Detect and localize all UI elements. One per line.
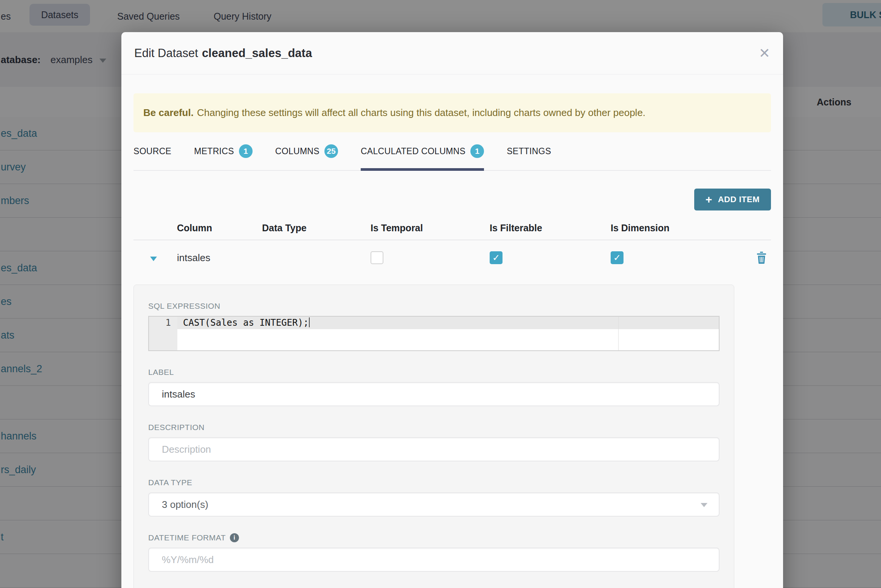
- add-item-row: + ADD ITEM: [133, 189, 771, 210]
- sql-code: CAST(Sales as INTEGER);: [183, 317, 310, 328]
- tab-metrics[interactable]: METRICS 1: [194, 132, 253, 170]
- is-temporal-checkbox[interactable]: [371, 251, 383, 264]
- description-field-label: DESCRIPTION: [148, 423, 720, 432]
- collapse-caret-icon[interactable]: [150, 257, 157, 261]
- dataset-name: cleaned_sales_data: [202, 46, 312, 60]
- edit-dataset-modal: Edit Datasetcleaned_sales_data ✕ Be care…: [121, 32, 783, 588]
- trash-icon[interactable]: [752, 252, 771, 264]
- label-field-label: LABEL: [148, 368, 720, 377]
- tab-columns[interactable]: COLUMNS 25: [275, 132, 338, 170]
- label-section: LABEL: [148, 368, 720, 406]
- tab-source[interactable]: SOURCE: [133, 132, 171, 170]
- data-type-field-label: DATA TYPE: [148, 478, 720, 487]
- modal-header: Edit Datasetcleaned_sales_data ✕: [121, 32, 783, 74]
- text-cursor: [309, 317, 310, 327]
- close-icon[interactable]: ✕: [759, 46, 770, 60]
- data-type-select[interactable]: 3 option(s): [148, 492, 720, 517]
- datetime-format-input[interactable]: [148, 548, 720, 572]
- is-filterable-checkbox[interactable]: ✓: [490, 251, 503, 264]
- chevron-down-icon: [701, 503, 707, 507]
- tab-calculated-columns[interactable]: CALCULATED COLUMNS 1: [361, 132, 484, 170]
- line-number: 1: [166, 317, 171, 328]
- sql-expression-label: SQL EXPRESSION: [148, 302, 720, 311]
- modal-title: Edit Datasetcleaned_sales_data: [134, 46, 312, 60]
- header-data-type: Data Type: [262, 223, 371, 234]
- datetime-format-field-label: DATETIME FORMAT i: [148, 533, 720, 542]
- warning-banner-text: Changing these settings will affect all …: [197, 107, 645, 119]
- tab-settings[interactable]: SETTINGS: [507, 132, 551, 170]
- tab-badge: 1: [239, 144, 253, 158]
- sql-editor[interactable]: 1 CAST(Sales as INTEGER);: [148, 316, 720, 351]
- calculated-column-row: intsales ✓ ✓: [133, 240, 771, 275]
- data-type-value: 3 option(s): [162, 499, 208, 511]
- header-column: Column: [177, 223, 262, 234]
- warning-banner: Be careful. Changing these settings will…: [133, 93, 771, 132]
- column-name: intsales: [177, 252, 262, 264]
- calculated-columns-header: Column Data Type Is Temporal Is Filterab…: [133, 216, 771, 240]
- calculated-column-detail-panel: SQL EXPRESSION 1 CAST(Sales as INTEGER);…: [133, 285, 734, 588]
- header-is-filterable: Is Filterable: [490, 223, 611, 234]
- modal-body: Be careful. Changing these settings will…: [121, 93, 783, 588]
- sql-expression-section: SQL EXPRESSION 1 CAST(Sales as INTEGER);: [148, 302, 720, 351]
- description-section: DESCRIPTION: [148, 423, 720, 461]
- data-type-section: DATA TYPE 3 option(s): [148, 478, 720, 517]
- add-item-button[interactable]: + ADD ITEM: [694, 189, 771, 210]
- modal-title-prefix: Edit Dataset: [134, 46, 198, 60]
- warning-banner-bold: Be careful.: [143, 107, 194, 119]
- modal-tabs: SOURCE METRICS 1 COLUMNS 25 CALCULATED C…: [133, 132, 771, 171]
- info-icon[interactable]: i: [230, 533, 239, 542]
- description-input[interactable]: [148, 437, 720, 461]
- is-dimension-checkbox[interactable]: ✓: [611, 251, 624, 264]
- datetime-format-section: DATETIME FORMAT i: [148, 533, 720, 572]
- header-is-dimension: Is Dimension: [611, 223, 752, 234]
- label-input[interactable]: [148, 382, 720, 406]
- header-is-temporal: Is Temporal: [371, 223, 490, 234]
- tab-badge: 25: [324, 144, 338, 158]
- editor-gutter: 1: [149, 317, 177, 350]
- add-item-label: ADD ITEM: [718, 195, 760, 204]
- print-margin-line: [618, 317, 619, 350]
- tab-badge: 1: [470, 144, 484, 158]
- plus-icon: +: [706, 194, 712, 205]
